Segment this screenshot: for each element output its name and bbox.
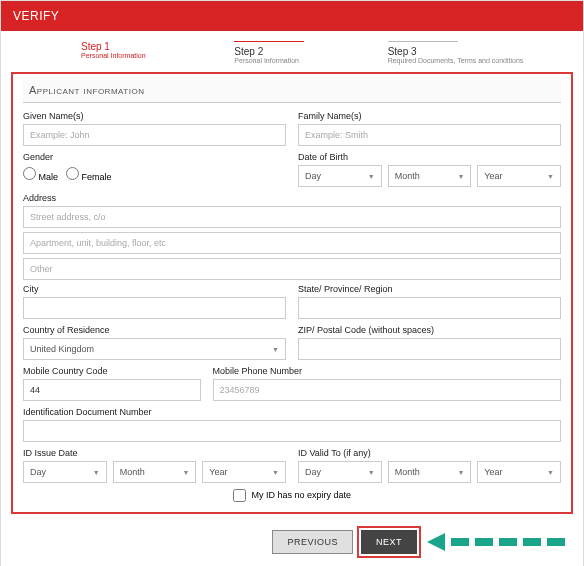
header-bar: VERIFY: [1, 1, 583, 31]
issue-year-select[interactable]: Year▼: [202, 461, 286, 483]
step-line: [388, 41, 458, 42]
mobile-phone-input[interactable]: [213, 379, 561, 401]
arrow-annotation: [427, 533, 565, 551]
valid-day-select[interactable]: Day▼: [298, 461, 382, 483]
window: VERIFY Step 1 Personal Information Step …: [0, 0, 584, 566]
step-title: Step 2: [234, 46, 379, 57]
dash-icon: [547, 538, 565, 546]
chevron-down-icon: ▼: [547, 173, 554, 180]
chevron-down-icon: ▼: [547, 469, 554, 476]
mobile-code-input: [23, 379, 201, 401]
id-number-input[interactable]: [23, 420, 561, 442]
step-subtitle: Personal Information: [81, 52, 226, 59]
step-2: Step 2 Personal Information: [234, 41, 379, 64]
label-city: City: [23, 284, 286, 294]
family-name-input[interactable]: [298, 124, 561, 146]
form-box: Applicant information Given Name(s) Fami…: [11, 72, 573, 514]
address-line1-input[interactable]: [23, 206, 561, 228]
dob-year-select[interactable]: Year▼: [477, 165, 561, 187]
label-state: State/ Province/ Region: [298, 284, 561, 294]
label-family-name: Family Name(s): [298, 111, 561, 121]
step-title: Step 3: [388, 46, 533, 57]
step-3: Step 3 Required Documents, Terms and con…: [388, 41, 533, 64]
valid-month-select[interactable]: Month▼: [388, 461, 472, 483]
label-given-name: Given Name(s): [23, 111, 286, 121]
step-1: Step 1 Personal Information: [81, 41, 226, 64]
chevron-down-icon: ▼: [457, 173, 464, 180]
chevron-down-icon: ▼: [182, 469, 189, 476]
label-country: Country of Residence: [23, 325, 286, 335]
radio-female[interactable]: Female: [66, 167, 112, 182]
next-highlight: NEXT: [357, 526, 421, 558]
previous-button[interactable]: PREVIOUS: [272, 530, 353, 554]
arrow-left-icon: [427, 533, 445, 551]
label-dob: Date of Birth: [298, 152, 561, 162]
state-input[interactable]: [298, 297, 561, 319]
dash-icon: [499, 538, 517, 546]
step-subtitle: Required Documents, Terms and conditions: [388, 57, 533, 64]
step-subtitle: Personal Information: [234, 57, 379, 64]
label-zip: ZIP/ Postal Code (without spaces): [298, 325, 561, 335]
address-line3-input[interactable]: [23, 258, 561, 280]
address-line2-input[interactable]: [23, 232, 561, 254]
valid-year-select[interactable]: Year▼: [477, 461, 561, 483]
dash-icon: [475, 538, 493, 546]
issue-day-select[interactable]: Day▼: [23, 461, 107, 483]
chevron-down-icon: ▼: [368, 469, 375, 476]
section-title: Applicant information: [23, 80, 561, 103]
zip-input[interactable]: [298, 338, 561, 360]
step-line: [234, 41, 304, 42]
chevron-down-icon: ▼: [272, 469, 279, 476]
chevron-down-icon: ▼: [272, 346, 279, 353]
radio-male[interactable]: Male: [23, 167, 58, 182]
step-title: Step 1: [81, 41, 226, 52]
chevron-down-icon: ▼: [368, 173, 375, 180]
label-id-number: Identification Document Number: [23, 407, 561, 417]
button-row: PREVIOUS NEXT: [1, 520, 583, 566]
chevron-down-icon: ▼: [93, 469, 100, 476]
chevron-down-icon: ▼: [457, 469, 464, 476]
header-title: VERIFY: [13, 9, 59, 23]
label-mobile-code: Mobile Country Code: [23, 366, 201, 376]
stepper: Step 1 Personal Information Step 2 Perso…: [1, 31, 583, 70]
country-select[interactable]: United Kingdom▼: [23, 338, 286, 360]
label-id-valid: ID Valid To (if any): [298, 448, 561, 458]
label-gender: Gender: [23, 152, 286, 162]
label-mobile-phone: Mobile Phone Number: [213, 366, 561, 376]
city-input[interactable]: [23, 297, 286, 319]
dash-icon: [523, 538, 541, 546]
dob-day-select[interactable]: Day▼: [298, 165, 382, 187]
issue-month-select[interactable]: Month▼: [113, 461, 197, 483]
no-expiry-checkbox[interactable]: My ID has no expiry date: [233, 490, 351, 500]
label-id-issue: ID Issue Date: [23, 448, 286, 458]
given-name-input[interactable]: [23, 124, 286, 146]
next-button[interactable]: NEXT: [361, 530, 417, 554]
label-address: Address: [23, 193, 561, 203]
dob-month-select[interactable]: Month▼: [388, 165, 472, 187]
dash-icon: [451, 538, 469, 546]
